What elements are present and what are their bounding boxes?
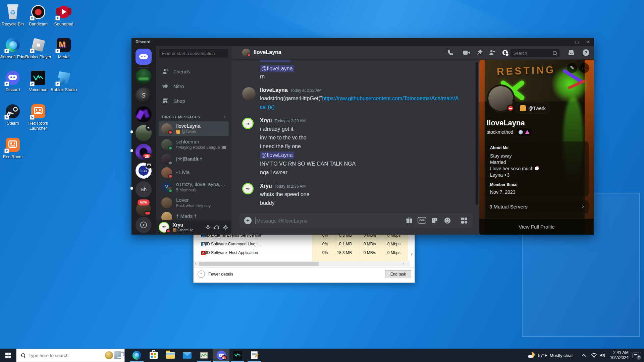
gif-picker-icon[interactable]: GIF: [418, 217, 426, 224]
badge-pill[interactable]: [517, 128, 532, 136]
sticker-icon[interactable]: [431, 217, 438, 224]
dm-item-otrixzy-group[interactable]: V oTrixzy, IloveLayna, R... 5 Members: [159, 180, 229, 194]
taskbar-search[interactable]: [16, 349, 125, 362]
add-friend-icon[interactable]: [489, 49, 496, 56]
taskbar-discord[interactable]: 9+: [213, 349, 229, 362]
message-author[interactable]: Xryu: [260, 118, 272, 123]
end-task-button[interactable]: End task: [385, 270, 411, 278]
profile-note-button[interactable]: ✎: [567, 63, 577, 73]
settings-gear-icon[interactable]: [222, 224, 228, 230]
fewer-details-label[interactable]: Fewer details: [208, 272, 233, 277]
voice-call-icon[interactable]: [447, 49, 454, 56]
chat-title[interactable]: IloveLayna: [254, 49, 281, 55]
process-row[interactable]: AMD Software Command Line I... 0% 0.1 MB…: [194, 240, 410, 248]
desktop-icon-recycle-bin[interactable]: ♻ Recycle Bin: [0, 4, 27, 27]
create-dm-icon[interactable]: +: [223, 114, 226, 119]
message-author[interactable]: IloveLayna: [260, 87, 288, 93]
apps-icon[interactable]: [461, 217, 468, 224]
tray-volume[interactable]: [600, 349, 606, 362]
chat-scrollbar[interactable]: [476, 62, 478, 205]
message-link[interactable]: https://raw.githubusercontent.com/Totoco…: [322, 96, 459, 101]
search-input[interactable]: [513, 49, 550, 57]
server-icon-bh[interactable]: Bh: [136, 181, 152, 197]
task-view-button[interactable]: [113, 349, 127, 362]
taskbar-notepad[interactable]: [247, 349, 262, 362]
desktop-icon-roblox-player[interactable]: ➤ Roblox Player: [24, 37, 52, 60]
server-icon-moonlithill[interactable]: [136, 69, 152, 85]
attach-plus-icon[interactable]: +: [244, 217, 252, 224]
emoji-picker-icon[interactable]: [444, 217, 451, 224]
desktop-icon-rec-room-launcher[interactable]: ➤ Rec Room Launcher: [24, 104, 52, 131]
dm-item-ilovelayna[interactable]: IloveLayna @Twerk: [159, 121, 229, 136]
scroll-right-arrow[interactable]: ›: [403, 262, 404, 265]
action-center-button[interactable]: 7: [633, 349, 639, 362]
show-desktop-button[interactable]: [643, 349, 643, 362]
vertical-scroll-down-arrow[interactable]: ∨: [411, 252, 413, 256]
toolbar-search[interactable]: [511, 49, 559, 57]
scroll-left-arrow[interactable]: ‹: [195, 262, 196, 265]
dm-item-schloemer[interactable]: schloemer Playing Rocket League: [159, 137, 229, 152]
desktop-icon-microsoft-edge[interactable]: ➤ Microsoft Edge: [0, 37, 27, 60]
message-link[interactable]: ce"))(): [260, 103, 475, 112]
desktop-icon-voicemod[interactable]: ➤ Voicemod: [24, 70, 52, 93]
profile-more-button[interactable]: ⋯: [579, 63, 589, 73]
message-avatar[interactable]: TY: [242, 118, 254, 129]
message-author[interactable]: Xryu: [260, 183, 272, 189]
desktop-icon-roblox-studio[interactable]: ➤ Roblox Studio: [50, 70, 78, 93]
start-button[interactable]: [0, 349, 16, 362]
dm-header[interactable]: DIRECT MESSAGES: [162, 115, 200, 119]
tray-wifi[interactable]: [591, 349, 597, 362]
inbox-icon[interactable]: [568, 49, 575, 56]
mutual-servers-row[interactable]: 3 Mutual Servers ›: [485, 200, 589, 213]
scrollbar-thumb[interactable]: [199, 262, 319, 266]
maximize-button[interactable]: ▢: [571, 38, 583, 46]
user-name[interactable]: Xryu: [173, 222, 183, 228]
user-profile-icon[interactable]: [502, 49, 509, 57]
view-full-profile-button[interactable]: View Full Profile: [479, 219, 594, 235]
taskbar-file-explorer[interactable]: [163, 349, 178, 362]
pin-icon[interactable]: [476, 49, 483, 56]
server-icon-s[interactable]: S: [136, 87, 152, 104]
headphones-icon[interactable]: [214, 224, 220, 230]
tray-chevron-up[interactable]: [582, 349, 585, 362]
fewer-details-chevron-icon[interactable]: ⌃: [198, 270, 205, 278]
taskbar-search-input[interactable]: [29, 353, 105, 358]
weather-widget[interactable]: 57°F Mostly clear: [527, 349, 573, 362]
help-icon[interactable]: ?: [583, 49, 589, 56]
mention-pill[interactable]: @IloveLayna: [260, 65, 294, 72]
gift-icon[interactable]: [406, 217, 413, 224]
taskbar-edge[interactable]: [129, 349, 144, 362]
desktop-icon-steam[interactable]: ➤ Steam: [0, 104, 27, 126]
process-row[interactable]: a AMD Software: Host Application 0% 18.3…: [194, 249, 410, 257]
dm-item-bandit[interactable]: [☆]Bandit †: [159, 153, 229, 166]
video-call-icon[interactable]: [463, 49, 470, 56]
horizontal-scrollbar[interactable]: ‹ ›: [194, 261, 410, 266]
nav-nitro[interactable]: Nitro: [159, 80, 229, 93]
taskbar-mail[interactable]: [180, 349, 195, 362]
conversation-search-input[interactable]: [159, 49, 228, 58]
explore-button[interactable]: [136, 217, 152, 233]
server-icon-purple[interactable]: [136, 106, 152, 122]
message-avatar[interactable]: TY: [242, 183, 254, 194]
dm-item-livia[interactable]: - Livia: [159, 166, 229, 179]
mic-icon[interactable]: [205, 224, 211, 230]
message-input[interactable]: [256, 213, 384, 228]
message-avatar[interactable]: [242, 87, 256, 101]
nav-shop[interactable]: Shop: [159, 95, 229, 107]
desktop-icon-discord[interactable]: ➤ Discord: [0, 70, 27, 93]
tray-clock[interactable]: 2:41 AM 10/7/2024: [608, 349, 629, 362]
mention-pill[interactable]: @IloveLayna: [260, 152, 294, 159]
close-button[interactable]: ✕: [583, 38, 594, 46]
desktop-icon-soundpad[interactable]: ➤ Soundpad: [50, 4, 78, 27]
dm-item-mads[interactable]: † Mads †: [159, 211, 229, 221]
taskbar-voicemod[interactable]: [230, 349, 245, 362]
taskbar-store[interactable]: [146, 349, 161, 362]
nav-friends[interactable]: Friends: [159, 65, 229, 78]
desktop-icon-medal[interactable]: M ➤ Medal: [50, 37, 78, 60]
status-bubble[interactable]: @Twerk: [516, 103, 550, 114]
dm-item-lover[interactable]: Lover Fuck what they say: [159, 195, 229, 210]
home-button[interactable]: [136, 49, 152, 65]
desktop-icon-rec-room[interactable]: ➤ Rec Room: [0, 137, 27, 160]
taskbar-task-manager[interactable]: [197, 349, 211, 362]
desktop-icon-bandicam[interactable]: ➤ Bandicam: [24, 4, 52, 27]
